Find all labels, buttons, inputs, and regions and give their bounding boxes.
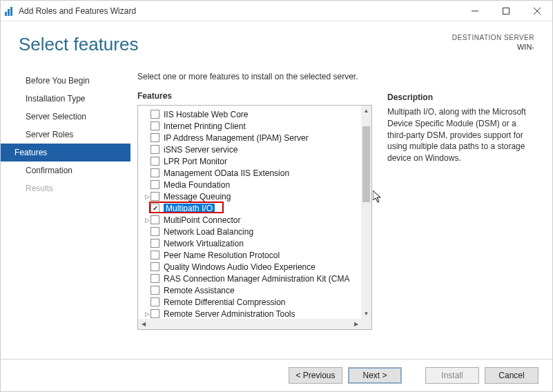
app-icon bbox=[5, 6, 14, 16]
feature-checkbox[interactable] bbox=[151, 133, 159, 142]
nav-server-selection[interactable]: Server Selection bbox=[1, 108, 130, 126]
close-button[interactable] bbox=[521, 1, 552, 21]
scroll-down-icon[interactable]: ▼ bbox=[361, 308, 371, 319]
expand-icon[interactable]: ▷ bbox=[144, 193, 151, 200]
feature-label: Peer Name Resolution Protocol bbox=[164, 251, 280, 260]
features-list[interactable]: IIS Hostable Web CoreInternet Printing C… bbox=[137, 105, 372, 330]
svg-line-2 bbox=[534, 8, 541, 14]
feature-label: Remote Assistance bbox=[164, 286, 235, 295]
feature-checkbox[interactable] bbox=[151, 262, 159, 271]
features-label: Features bbox=[137, 91, 372, 101]
nav-installation-type[interactable]: Installation Type bbox=[1, 90, 130, 108]
nav-before-you-begin[interactable]: Before You Begin bbox=[1, 72, 130, 90]
scroll-right-icon[interactable]: ▶ bbox=[351, 319, 361, 329]
feature-checkbox[interactable] bbox=[151, 251, 159, 259]
feature-checkbox[interactable] bbox=[151, 274, 159, 283]
svg-line-3 bbox=[534, 8, 541, 14]
feature-item[interactable]: Quality Windows Audio Video Experience bbox=[139, 261, 360, 273]
feature-label: Network Virtualization bbox=[164, 239, 244, 248]
description-panel: Description Multipath I/O, along with th… bbox=[387, 72, 537, 359]
features-panel: Select one or more features to install o… bbox=[137, 72, 372, 359]
feature-label: Message Queuing bbox=[164, 192, 231, 202]
nav-sidebar: Before You Begin Installation Type Serve… bbox=[1, 68, 130, 359]
cancel-button[interactable]: Cancel bbox=[485, 367, 539, 384]
feature-label: IIS Hostable Web Core bbox=[164, 110, 249, 119]
main: Before You Begin Installation Type Serve… bbox=[1, 62, 552, 359]
feature-checkbox[interactable] bbox=[151, 192, 159, 201]
feature-label: Network Load Balancing bbox=[164, 227, 253, 237]
feature-label: IP Address Management (IPAM) Server bbox=[164, 133, 309, 143]
window-title: Add Roles and Features Wizard bbox=[19, 6, 136, 16]
nav-confirmation[interactable]: Confirmation bbox=[1, 161, 130, 179]
feature-item[interactable]: Media Foundation bbox=[139, 179, 360, 190]
feature-item[interactable]: RAS Connection Manager Administration Ki… bbox=[139, 273, 360, 284]
feature-checkbox[interactable] bbox=[151, 309, 159, 318]
feature-checkbox[interactable] bbox=[151, 168, 159, 177]
content: Select one or more features to install o… bbox=[130, 68, 552, 359]
scrollbar-corner bbox=[361, 319, 371, 329]
feature-checkbox[interactable] bbox=[151, 297, 159, 306]
feature-item[interactable]: Network Load Balancing bbox=[139, 226, 360, 237]
vertical-scrollbar[interactable]: ▲ ▼ bbox=[361, 106, 371, 319]
scroll-left-icon[interactable]: ◀ bbox=[138, 319, 148, 329]
feature-item[interactable]: LPR Port Monitor bbox=[139, 155, 360, 167]
description-text: Multipath I/O, along with the Microsoft … bbox=[387, 106, 537, 164]
window-controls bbox=[459, 1, 552, 21]
feature-item[interactable]: Network Virtualization bbox=[139, 237, 360, 249]
feature-item[interactable]: Remote Differential Compression bbox=[139, 296, 360, 308]
nav-results: Results bbox=[1, 179, 130, 197]
previous-button[interactable]: < Previous bbox=[289, 367, 342, 384]
feature-checkbox[interactable] bbox=[151, 180, 159, 189]
destination-value: WIN- bbox=[452, 43, 534, 51]
feature-label: Media Foundation bbox=[164, 180, 230, 190]
feature-checkbox[interactable] bbox=[151, 145, 159, 154]
page-title: Select features bbox=[19, 34, 138, 55]
feature-label: Management OData IIS Extension bbox=[164, 168, 289, 178]
destination-label: DESTINATION SERVER bbox=[452, 34, 534, 41]
feature-item[interactable]: iSNS Server service bbox=[139, 144, 360, 155]
svg-rect-1 bbox=[503, 8, 509, 14]
feature-checkbox[interactable] bbox=[151, 121, 159, 130]
feature-item[interactable]: ✓Multipath I/O bbox=[139, 202, 360, 214]
expand-icon[interactable]: ▷ bbox=[144, 311, 151, 317]
feature-label: Multipath I/O bbox=[164, 204, 215, 213]
feature-item[interactable]: Management OData IIS Extension bbox=[139, 167, 360, 179]
expand-icon[interactable]: ▷ bbox=[144, 217, 151, 224]
header: Select features DESTINATION SERVER WIN- bbox=[1, 21, 552, 62]
feature-checkbox[interactable] bbox=[151, 239, 159, 248]
feature-item[interactable]: ▷Message Queuing bbox=[139, 190, 360, 202]
feature-label: LPR Port Monitor bbox=[164, 157, 227, 166]
horizontal-scrollbar[interactable]: ◀ ▶ bbox=[138, 319, 361, 329]
feature-item[interactable]: IIS Hostable Web Core bbox=[139, 108, 360, 120]
feature-checkbox[interactable] bbox=[151, 227, 159, 236]
feature-checkbox[interactable]: ✓ bbox=[151, 204, 159, 213]
titlebar: Add Roles and Features Wizard bbox=[1, 1, 552, 21]
install-button: Install bbox=[425, 367, 479, 384]
feature-checkbox[interactable] bbox=[151, 157, 159, 166]
minimize-button[interactable] bbox=[459, 1, 490, 21]
feature-item[interactable]: IP Address Management (IPAM) Server bbox=[139, 132, 360, 144]
feature-item[interactable]: Remote Assistance bbox=[139, 284, 360, 296]
feature-item[interactable]: Internet Printing Client bbox=[139, 120, 360, 132]
feature-item[interactable]: ▷MultiPoint Connector bbox=[139, 214, 360, 226]
scroll-up-icon[interactable]: ▲ bbox=[361, 106, 371, 116]
feature-label: RAS Connection Manager Administration Ki… bbox=[164, 274, 349, 284]
nav-features[interactable]: Features bbox=[1, 144, 130, 161]
feature-label: Internet Printing Client bbox=[164, 121, 246, 131]
feature-checkbox[interactable] bbox=[151, 286, 159, 295]
feature-checkbox[interactable] bbox=[151, 110, 159, 119]
feature-item[interactable]: Peer Name Resolution Protocol bbox=[139, 249, 360, 261]
feature-item[interactable]: ▷Remote Server Administration Tools bbox=[139, 308, 360, 319]
footer: < Previous Next > Install Cancel bbox=[1, 359, 552, 391]
feature-label: Remote Server Administration Tools bbox=[164, 309, 295, 319]
instruction-text: Select one or more features to install o… bbox=[137, 72, 372, 81]
scroll-thumb[interactable] bbox=[362, 126, 370, 202]
maximize-button[interactable] bbox=[490, 1, 521, 21]
feature-label: MultiPoint Connector bbox=[164, 215, 240, 225]
destination-server: DESTINATION SERVER WIN- bbox=[452, 34, 534, 51]
feature-label: Quality Windows Audio Video Experience bbox=[164, 262, 316, 272]
next-button[interactable]: Next > bbox=[348, 367, 402, 384]
nav-server-roles[interactable]: Server Roles bbox=[1, 126, 130, 144]
description-label: Description bbox=[387, 92, 537, 102]
feature-checkbox[interactable] bbox=[151, 215, 159, 224]
